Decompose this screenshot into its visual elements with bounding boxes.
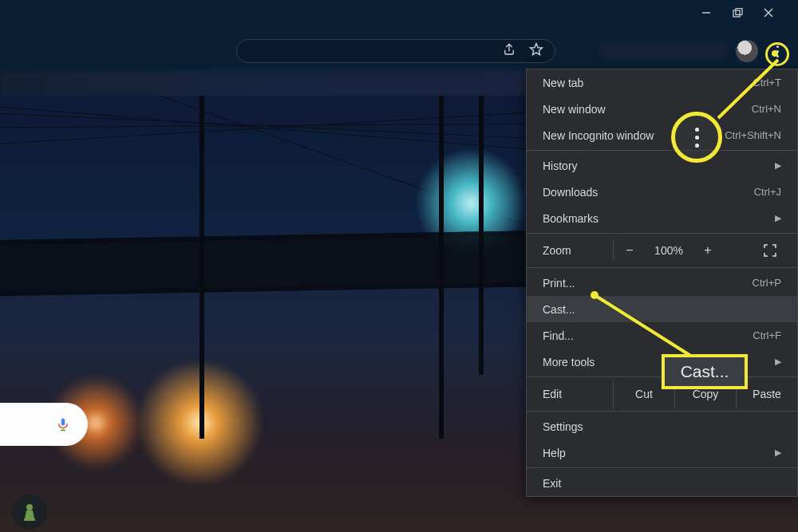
chevron-right-icon: ▶ bbox=[775, 447, 781, 458]
chrome-menu: New tab Ctrl+T New window Ctrl+N New Inc… bbox=[526, 69, 798, 497]
menu-label: Bookmarks bbox=[543, 212, 598, 225]
menu-new-incognito[interactable]: New Incognito window Ctrl+Shift+N bbox=[527, 122, 797, 148]
menu-downloads[interactable]: Downloads Ctrl+J bbox=[527, 179, 797, 205]
separator bbox=[527, 267, 797, 268]
menu-label: Cast... bbox=[543, 303, 575, 316]
menu-label: New Incognito window bbox=[543, 129, 654, 142]
svg-rect-11 bbox=[61, 419, 65, 426]
separator bbox=[527, 411, 797, 412]
annotation-dot-cast bbox=[591, 291, 598, 299]
blurred-extensions bbox=[600, 41, 728, 61]
menu-label: Print... bbox=[543, 277, 575, 290]
menu-help[interactable]: Help ▶ bbox=[527, 439, 797, 466]
menu-label: New tab bbox=[543, 77, 583, 89]
menu-label: New window bbox=[543, 103, 606, 116]
shortcut: Ctrl+N bbox=[752, 103, 781, 115]
svg-point-14 bbox=[26, 504, 33, 510]
menu-exit[interactable]: Exit bbox=[527, 470, 797, 496]
menu-label: Exit bbox=[543, 477, 561, 490]
zoom-out-button[interactable]: − bbox=[614, 243, 646, 258]
menu-label: Downloads bbox=[543, 186, 598, 199]
menu-label: Zoom bbox=[527, 244, 613, 257]
shortcut: Ctrl+Shift+N bbox=[725, 129, 781, 141]
pawn-icon bbox=[22, 502, 38, 522]
svg-line-10 bbox=[0, 112, 543, 144]
separator bbox=[527, 233, 797, 234]
bookmark-star-icon[interactable] bbox=[529, 42, 543, 60]
menu-bookmarks[interactable]: Bookmarks ▶ bbox=[527, 205, 797, 231]
menu-zoom: Zoom − 100% + bbox=[527, 235, 797, 266]
address-bar[interactable] bbox=[236, 39, 555, 63]
chevron-right-icon: ▶ bbox=[775, 213, 781, 223]
minimize-button[interactable] bbox=[701, 7, 712, 18]
fullscreen-button[interactable] bbox=[757, 244, 797, 257]
svg-rect-15 bbox=[24, 518, 35, 521]
menu-print[interactable]: Print... Ctrl+P bbox=[527, 270, 797, 296]
menu-new-window[interactable]: New window Ctrl+N bbox=[527, 96, 797, 122]
menu-label: Settings bbox=[543, 420, 583, 433]
svg-rect-1 bbox=[733, 10, 740, 17]
menu-history[interactable]: History ▶ bbox=[527, 152, 797, 179]
menu-label: Find... bbox=[543, 329, 574, 342]
annotation-dot-top bbox=[772, 50, 778, 57]
menu-label: More tools bbox=[543, 356, 595, 368]
shortcut: Ctrl+J bbox=[754, 186, 781, 198]
callout-label: Cast... bbox=[681, 362, 729, 381]
chevron-right-icon: ▶ bbox=[775, 160, 781, 171]
shortcut: Ctrl+F bbox=[753, 329, 781, 341]
menu-new-tab[interactable]: New tab Ctrl+T bbox=[527, 69, 797, 96]
separator bbox=[527, 150, 797, 151]
menu-label: Edit bbox=[527, 388, 613, 400]
share-icon[interactable] bbox=[502, 42, 516, 60]
menu-settings[interactable]: Settings bbox=[527, 413, 797, 439]
menu-cast[interactable]: Cast... bbox=[527, 296, 797, 322]
maximize-button[interactable] bbox=[732, 7, 743, 18]
zoom-in-button[interactable]: + bbox=[692, 243, 724, 258]
profile-avatar[interactable] bbox=[736, 40, 758, 62]
search-box[interactable] bbox=[0, 403, 88, 446]
chevron-right-icon: ▶ bbox=[775, 357, 781, 367]
close-button[interactable] bbox=[763, 7, 774, 18]
annotation-callout: Cast... bbox=[662, 354, 748, 389]
window-controls bbox=[638, 0, 798, 26]
extensions-area bbox=[559, 36, 798, 66]
svg-marker-5 bbox=[531, 44, 543, 55]
bookmarks-bar-blurred bbox=[0, 70, 535, 97]
separator bbox=[527, 467, 797, 468]
svg-rect-2 bbox=[736, 8, 742, 14]
menu-label: History bbox=[543, 160, 578, 172]
zoom-value: 100% bbox=[646, 244, 692, 257]
chess-shortcut[interactable] bbox=[12, 495, 47, 530]
shortcut: Ctrl+P bbox=[753, 277, 781, 289]
svg-line-8 bbox=[0, 104, 559, 152]
microphone-icon[interactable] bbox=[56, 416, 70, 433]
menu-label: Help bbox=[543, 447, 566, 459]
menu-find[interactable]: Find... Ctrl+F bbox=[527, 322, 797, 349]
shortcut: Ctrl+T bbox=[753, 77, 781, 89]
